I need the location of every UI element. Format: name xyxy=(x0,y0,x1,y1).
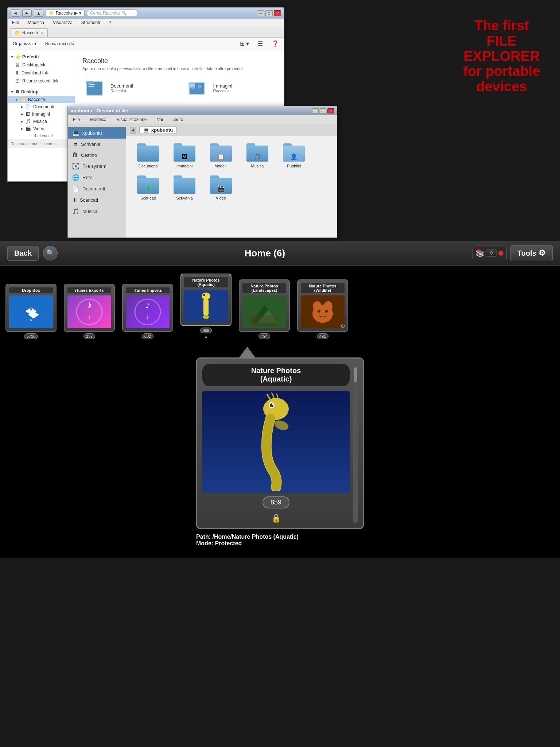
mobile-search-btn[interactable]: 🔍 xyxy=(43,246,58,260)
favorites-header[interactable]: ▼ ⭐ Preferiti xyxy=(8,53,75,61)
address-bar[interactable]: 📁 Raccolte ▶ ▾ xyxy=(46,9,85,17)
xpu-sidebar-xpubuntu[interactable]: 💻 xpubuntu xyxy=(68,127,126,139)
xpu-minimize-btn[interactable]: ─ xyxy=(312,108,319,113)
xpu-file-modelli[interactable]: 📋 Modelli xyxy=(206,143,236,168)
sidebar-item-desktop-ink[interactable]: 🖥 Desktop.Ink xyxy=(8,61,75,69)
xpu-sidebar-documenti[interactable]: 📄 Documenti xyxy=(68,183,126,194)
xpu-maximize-btn[interactable]: □ xyxy=(320,108,326,113)
tab-raccolte[interactable]: 📁 Raccolte ✕ xyxy=(11,28,48,37)
images-svg xyxy=(186,79,208,97)
xpu-file-scrivania[interactable]: Scrivania xyxy=(170,175,199,200)
help-btn[interactable]: ❓ xyxy=(269,39,281,48)
xpu-sidebar-scaricati[interactable]: ⬇ Scaricati xyxy=(68,194,126,206)
xpu-file-label-pubblici: Pubblici xyxy=(287,164,301,168)
sidebar-item-musica[interactable]: ▶ 🎵 Musica xyxy=(8,118,75,125)
details-toggle-btn[interactable]: ☰ xyxy=(256,39,265,48)
xpu-sidebar-musica[interactable]: 🎵 Musica xyxy=(68,206,126,217)
svg-text:↓: ↓ xyxy=(146,313,149,321)
scaricati-icon: ⬇ xyxy=(72,197,77,204)
nature-aquatic-card[interactable]: Nature Photos(Aquatic) xyxy=(180,274,232,326)
xpu-file-musica[interactable]: 🎵 Musica xyxy=(243,143,272,168)
minimize-button[interactable]: ─ xyxy=(257,10,264,16)
folder-itunes-imports[interactable]: iTunes Imports ♪ ↓ 682 xyxy=(122,284,173,339)
xpu-content-area: ◄ 💻 xpubuntu Documenti xyxy=(126,124,337,237)
wildlife-settings-icon[interactable]: ⚙ xyxy=(341,323,345,329)
count-text: 4 elementi xyxy=(34,133,53,138)
xpu-file-scaricati[interactable]: ⬇ Scaricati xyxy=(133,175,163,200)
popup-scrollbar[interactable] xyxy=(353,364,358,523)
xpu-location-bar[interactable]: 💻 xpubuntu xyxy=(139,126,177,134)
nav-up-btn[interactable]: ▲ xyxy=(34,9,43,17)
filesystem-label: File system xyxy=(82,163,106,169)
folder-nature-landscapes[interactable]: Nature Photos(Landscapes) 724 xyxy=(239,279,290,339)
folder-nature-aquatic[interactable]: Nature Photos(Aquatic) 859 ▲ xyxy=(180,274,232,339)
xpu-file-documenti[interactable]: Documenti xyxy=(133,143,163,168)
xpu-close-btn[interactable]: ✕ xyxy=(327,108,334,113)
svg-point-51 xyxy=(272,404,273,405)
desktop-header[interactable]: ▼ 🖥 Desktop xyxy=(8,88,75,96)
sidebar-item-download-ink[interactable]: ⬇ Download Ink xyxy=(8,69,75,77)
nav-back-btn[interactable]: ◄ xyxy=(11,9,20,17)
xpu-sidebar-scrivania[interactable]: 🖥 Scrivania xyxy=(68,139,126,150)
scrollbar-thumb[interactable] xyxy=(354,367,357,382)
xpu-menu-file[interactable]: File xyxy=(71,116,81,123)
view-toggle-btn[interactable]: ⊞ ▾ xyxy=(238,39,251,48)
itunes-imports-count: 682 xyxy=(142,333,153,339)
xpu-menu-vai[interactable]: Vai xyxy=(156,116,164,123)
xpu-location-icon: 💻 xyxy=(143,127,149,133)
raccolte-label: Raccolte xyxy=(28,97,45,102)
xpu-sidebar-filesystem[interactable]: 💽 File system xyxy=(68,160,126,172)
nature-aquatic-count: 859 xyxy=(200,328,212,333)
xpu-file-label-documenti: Documenti xyxy=(139,164,158,168)
dropbox-card[interactable]: Drop Box ✕ xyxy=(5,284,57,332)
popup-path-area: Path: /Home/Nature Photos (Aquatic) Mode… xyxy=(196,529,364,547)
xpu-menu-visualizzazione[interactable]: Visualizzazione xyxy=(115,116,148,123)
xpu-sidebar-cestino[interactable]: 🗑 Cestino xyxy=(68,150,126,160)
xpu-sidebar-rete[interactable]: 🌐 Rete xyxy=(68,172,126,183)
search-box[interactable]: Cerca Raccolte 🔍 xyxy=(87,9,138,17)
sidebar-item-documenti[interactable]: ▶ 📄 Documenti xyxy=(8,103,75,111)
xpu-nav-arrow[interactable]: ◄ xyxy=(130,127,136,133)
raccolte-expand-chevron: ▼ xyxy=(15,98,18,101)
folder-dropbox[interactable]: Drop Box ✕ 5716 xyxy=(5,284,57,339)
xpu-file-video[interactable]: 🎬 Video xyxy=(206,175,236,200)
itunes-imports-card[interactable]: iTunes Imports ♪ ↓ xyxy=(122,284,173,332)
popup-card[interactable]: Nature Photos(Aquatic) xyxy=(196,357,364,529)
xpu-file-pubblici[interactable]: 👤 Pubblici xyxy=(279,143,308,168)
menu-strumenti[interactable]: Strumenti xyxy=(80,19,101,26)
sidebar-item-immagini[interactable]: ▶ 🖼 Immagini xyxy=(8,111,75,118)
organize-btn[interactable]: Organizza ▾ xyxy=(11,40,39,47)
tab-bar: 📁 Raccolte ✕ xyxy=(8,27,284,38)
xpu-menu-aiuto[interactable]: Aiuto xyxy=(172,116,184,123)
seahorse-large-svg xyxy=(243,392,309,491)
collection-documenti[interactable]: Documenti Raccolta xyxy=(82,78,174,98)
sidebar-search[interactable]: Ricerca elementi in corso... xyxy=(8,139,75,148)
menu-file[interactable]: File xyxy=(11,19,20,26)
sidebar-item-raccolte[interactable]: ▼ 📁 Raccolte xyxy=(8,96,75,103)
maximize-button[interactable]: □ xyxy=(265,10,273,16)
new-collection-btn[interactable]: Nuova raccolta xyxy=(43,40,77,47)
menu-visualizza[interactable]: Visualizza xyxy=(51,19,74,26)
sidebar-item-risorse[interactable]: ⏱ Risorse recenti.Ink xyxy=(8,77,75,85)
sidebar-item-video[interactable]: ▶ 🎬 Video xyxy=(8,125,75,132)
nature-wildlife-card[interactable]: Nature Photos(Wildlife) xyxy=(297,279,348,332)
nature-landscapes-card[interactable]: Nature Photos(Landscapes) xyxy=(239,279,290,332)
download-ink-icon: ⬇ xyxy=(15,70,19,76)
xpu-menu-modifica[interactable]: Modifica xyxy=(89,116,108,123)
nav-forward-btn[interactable]: ► xyxy=(22,9,32,17)
menu-modifica[interactable]: Modifica xyxy=(26,19,46,26)
folder-nature-wildlife[interactable]: Nature Photos(Wildlife) xyxy=(297,279,348,339)
folder-itunes-exports[interactable]: iTunes Exports ♪ ↑ 237 xyxy=(64,284,115,339)
back-button[interactable]: Back xyxy=(7,246,39,261)
itunes-exports-card[interactable]: iTunes Exports ♪ ↑ xyxy=(64,284,115,332)
mobile-folders-row: Drop Box ✕ 5716 i xyxy=(0,266,560,347)
tab-close-icon[interactable]: ✕ xyxy=(41,31,44,35)
close-button[interactable]: ✕ xyxy=(274,10,281,16)
video-chevron: ▶ xyxy=(21,127,23,131)
tools-button[interactable]: Tools ⚙ xyxy=(510,245,553,261)
wildlife-bg xyxy=(301,295,345,328)
menu-help[interactable]: ? xyxy=(107,19,113,26)
svg-text:♪: ♪ xyxy=(87,299,92,310)
collection-immagini[interactable]: Immagini Raccolta xyxy=(185,78,277,98)
xpu-file-immagini[interactable]: 🖼 Immagini xyxy=(170,143,199,168)
